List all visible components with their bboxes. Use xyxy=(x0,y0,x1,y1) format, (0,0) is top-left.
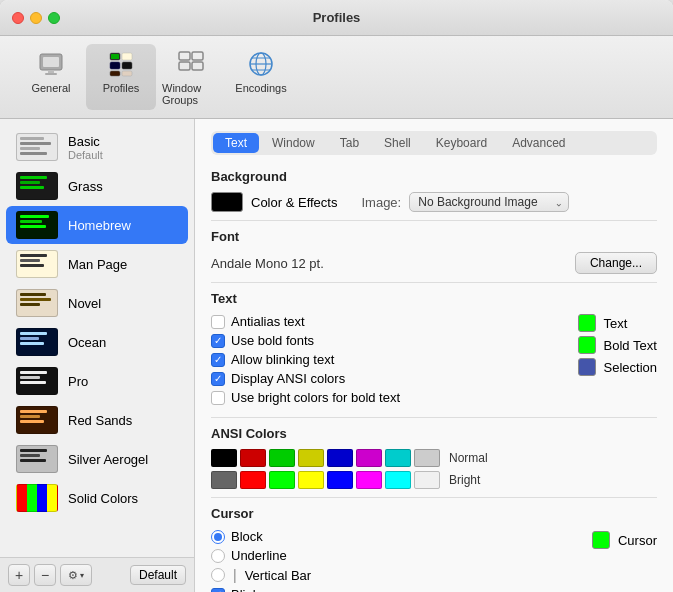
cursor-block-radio[interactable] xyxy=(211,530,225,544)
profile-info-solidcolors: Solid Colors xyxy=(68,491,138,506)
ansi-bright-1[interactable] xyxy=(240,471,266,489)
checkbox-row-blink: Allow blinking text xyxy=(211,352,400,367)
ansi-normal-4[interactable] xyxy=(327,449,353,467)
tab-keyboard[interactable]: Keyboard xyxy=(424,133,499,153)
profile-item-novel[interactable]: Novel xyxy=(6,284,188,322)
ansi-bright-label: Bright xyxy=(449,473,480,487)
ansi-bright-4[interactable] xyxy=(327,471,353,489)
antialias-checkbox[interactable] xyxy=(211,315,225,329)
ansi-bright-6[interactable] xyxy=(385,471,411,489)
ansi-normal-3[interactable] xyxy=(298,449,324,467)
profile-subtitle-basic: Default xyxy=(68,149,103,161)
bright-label: Use bright colors for bold text xyxy=(231,390,400,405)
profile-item-redsands[interactable]: Red Sands xyxy=(6,401,188,439)
bold-text-color-swatch[interactable] xyxy=(578,336,596,354)
profile-item-grass[interactable]: Grass xyxy=(6,167,188,205)
bright-checkbox[interactable] xyxy=(211,391,225,405)
background-row: Color & Effects Image: No Background Ima… xyxy=(211,192,657,212)
profile-info-grass: Grass xyxy=(68,179,103,194)
blink-checkbox[interactable] xyxy=(211,353,225,367)
ansi-bright-7[interactable] xyxy=(414,471,440,489)
profile-thumb-solidcolors xyxy=(16,484,58,512)
cursor-vbar-row: | Vertical Bar xyxy=(211,567,311,583)
gear-menu-button[interactable]: ⚙ ▾ xyxy=(60,564,92,586)
svg-rect-3 xyxy=(45,73,57,75)
svg-rect-11 xyxy=(179,52,190,60)
profile-info-ocean: Ocean xyxy=(68,335,106,350)
profile-item-ocean[interactable]: Ocean xyxy=(6,323,188,361)
ansi-normal-7[interactable] xyxy=(414,449,440,467)
remove-profile-button[interactable]: − xyxy=(34,564,56,586)
cursor-underline-radio[interactable] xyxy=(211,549,225,563)
ansi-bright-2[interactable] xyxy=(269,471,295,489)
cursor-vbar-radio[interactable] xyxy=(211,568,225,582)
ansi-bright-5[interactable] xyxy=(356,471,382,489)
background-image-select[interactable]: No Background Image xyxy=(409,192,569,212)
tab-text[interactable]: Text xyxy=(213,133,259,153)
ansi-normal-1[interactable] xyxy=(240,449,266,467)
profile-item-pro[interactable]: Pro xyxy=(6,362,188,400)
tab-bar: Text Window Tab Shell Keyboard Advanced xyxy=(211,131,657,155)
ansi-normal-label: Normal xyxy=(449,451,488,465)
profile-item-silveraerogel[interactable]: Silver Aerogel xyxy=(6,440,188,478)
profile-item-solidcolors[interactable]: Solid Colors xyxy=(6,479,188,517)
selection-color-swatch[interactable] xyxy=(578,358,596,376)
cursor-color-swatch[interactable] xyxy=(592,531,610,549)
cursor-options: Block Underline | Vertical Bar Blink cur… xyxy=(211,529,311,592)
profile-name-solidcolors: Solid Colors xyxy=(68,491,138,506)
profile-item-basic[interactable]: Basic Default xyxy=(6,128,188,166)
encodings-icon xyxy=(245,48,277,80)
general-label: General xyxy=(31,82,70,94)
tab-tab[interactable]: Tab xyxy=(328,133,371,153)
svg-rect-13 xyxy=(179,62,190,70)
ansi-bright-3[interactable] xyxy=(298,471,324,489)
profile-name-basic: Basic xyxy=(68,134,103,149)
profile-thumb-pro xyxy=(16,367,58,395)
profile-info-redsands: Red Sands xyxy=(68,413,132,428)
ansi-checkbox[interactable] xyxy=(211,372,225,386)
text-checkboxes: Antialias text Use bold fonts Allow blin… xyxy=(211,314,400,409)
profile-item-manpage[interactable]: Man Page xyxy=(6,245,188,283)
window-groups-icon xyxy=(175,48,207,80)
profile-name-manpage: Man Page xyxy=(68,257,127,272)
default-button[interactable]: Default xyxy=(130,565,186,585)
ansi-normal-5[interactable] xyxy=(356,449,382,467)
blink-cursor-checkbox[interactable] xyxy=(211,588,225,593)
divider-4 xyxy=(211,497,657,498)
tab-shell[interactable]: Shell xyxy=(372,133,423,153)
bold-checkbox[interactable] xyxy=(211,334,225,348)
ansi-normal-2[interactable] xyxy=(269,449,295,467)
tab-advanced[interactable]: Advanced xyxy=(500,133,577,153)
change-font-button[interactable]: Change... xyxy=(575,252,657,274)
add-profile-button[interactable]: + xyxy=(8,564,30,586)
ansi-normal-0[interactable] xyxy=(211,449,237,467)
toolbar-item-encodings[interactable]: Encodings xyxy=(226,44,296,110)
profile-item-homebrew[interactable]: Homebrew xyxy=(6,206,188,244)
svg-rect-2 xyxy=(48,70,54,73)
toolbar-icons: General Profiles xyxy=(0,44,673,118)
profile-info-pro: Pro xyxy=(68,374,88,389)
font-row: Andale Mono 12 pt. Change... xyxy=(211,252,657,274)
background-section-title: Background xyxy=(211,169,657,184)
cursor-block-row: Block xyxy=(211,529,311,544)
ansi-bright-0[interactable] xyxy=(211,471,237,489)
divider-1 xyxy=(211,220,657,221)
window-title: Profiles xyxy=(313,10,361,25)
svg-rect-5 xyxy=(111,54,119,59)
background-color-swatch[interactable] xyxy=(211,192,243,212)
close-button[interactable] xyxy=(12,12,24,24)
toolbar-item-window-groups[interactable]: Window Groups xyxy=(156,44,226,110)
blink-cursor-label: Blink cursor xyxy=(231,587,299,592)
font-value: Andale Mono 12 pt. xyxy=(211,256,324,271)
maximize-button[interactable] xyxy=(48,12,60,24)
toolbar-item-general[interactable]: General xyxy=(16,44,86,110)
profile-thumb-redsands xyxy=(16,406,58,434)
text-color-swatch[interactable] xyxy=(578,314,596,332)
blink-label: Allow blinking text xyxy=(231,352,334,367)
minimize-button[interactable] xyxy=(30,12,42,24)
toolbar-item-profiles[interactable]: Profiles xyxy=(86,44,156,110)
main-window: Profiles General xyxy=(0,0,673,592)
profile-info-manpage: Man Page xyxy=(68,257,127,272)
ansi-normal-6[interactable] xyxy=(385,449,411,467)
tab-window[interactable]: Window xyxy=(260,133,327,153)
